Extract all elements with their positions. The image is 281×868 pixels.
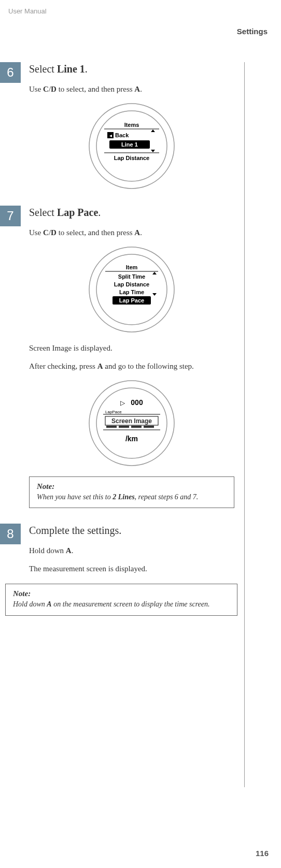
note-label: Note: xyxy=(13,589,230,598)
text: Hold down xyxy=(29,546,66,555)
text: When you have set this to xyxy=(37,493,113,501)
screen-image-text: Screen Image xyxy=(111,417,152,425)
bar-segment xyxy=(131,426,142,428)
bar-segment xyxy=(119,426,129,428)
text-bold: A xyxy=(97,362,103,370)
text: to select, and then press xyxy=(57,85,134,93)
text: to select, and then press xyxy=(57,228,134,237)
note-text: Hold down A on the measurement screen to… xyxy=(13,600,210,608)
menu-item-lap-pace: Lap Pace xyxy=(119,297,144,303)
text: . xyxy=(140,85,142,93)
bar-segment xyxy=(106,426,117,428)
text: Use xyxy=(29,228,43,237)
menu-item-line1: Line 1 xyxy=(121,141,138,148)
step-7-text1: Screen Image is displayed. xyxy=(29,343,234,354)
text: . xyxy=(72,546,74,555)
page-content: 6 Select Line 1. Use C/D to select, and … xyxy=(0,62,281,631)
step-7-instruction: Use C/D to select, and then press A. xyxy=(29,227,234,238)
text-bold: C xyxy=(43,85,49,93)
unit-km: /km xyxy=(125,435,138,443)
menu-header: Item xyxy=(126,264,138,270)
text: After checking, press xyxy=(29,362,97,370)
value-000: 000 xyxy=(131,398,143,407)
text-bold: C xyxy=(43,228,49,237)
menu-item-lap-distance: Lap Distance xyxy=(114,281,149,287)
section-title: Settings xyxy=(237,27,268,36)
menu-item-back: Back xyxy=(115,132,129,138)
note-text: When you have set this to 2 Lines, repea… xyxy=(37,493,198,501)
step-8-instruction: Hold down A. xyxy=(29,545,234,556)
text-bold: 2 Lines xyxy=(113,493,134,501)
text: Select xyxy=(29,207,57,218)
step-number-6: 6 xyxy=(0,62,21,83)
step-8: 8 Complete the settings. Hold down A. Th… xyxy=(0,524,281,615)
step-7-title: Select Lap Pace. xyxy=(29,206,234,219)
doc-title: User Manual xyxy=(8,7,47,15)
text: . xyxy=(98,207,101,218)
text-bold: A xyxy=(134,85,140,93)
menu-item-split-time: Split Time xyxy=(118,273,145,280)
text-bold: Lap Pace xyxy=(57,207,98,218)
step-number-8: 8 xyxy=(0,524,21,544)
page-number: 116 xyxy=(256,849,269,858)
step-number-7: 7 xyxy=(0,206,21,226)
text-bold: D xyxy=(51,228,57,237)
text: . xyxy=(85,63,88,75)
label-lappace: LapPace xyxy=(105,410,122,414)
device-screen-image: ▷ 000 LapPace Screen Image /km xyxy=(88,379,176,467)
device-screen-item: Item Split Time Lap Distance Lap Time La… xyxy=(88,245,176,334)
device-screen-items: Items ◂ Back Line 1 Lap Distance xyxy=(88,102,176,190)
text: . xyxy=(140,228,142,237)
text: and go to the following step. xyxy=(103,362,193,370)
play-icon: ▷ xyxy=(120,399,125,407)
step-6-title: Select Line 1. xyxy=(29,62,234,76)
step-6-instruction: Use C/D to select, and then press A. xyxy=(29,84,234,95)
step-7-text2: After checking, press A and go to the fo… xyxy=(29,361,234,372)
text: on the measurement screen to display the… xyxy=(52,600,210,608)
bar-segment xyxy=(144,426,154,428)
text-bold: A xyxy=(134,228,140,237)
note-box-step7: Note: When you have set this to 2 Lines,… xyxy=(29,476,234,508)
note-box-step8: Note: Hold down A on the measurement scr… xyxy=(5,584,237,615)
text-bold: Line 1 xyxy=(57,63,85,75)
text-bold: A xyxy=(66,546,72,555)
text-bold: A xyxy=(47,600,51,608)
step-8-title: Complete the settings. xyxy=(29,524,234,537)
text: Hold down xyxy=(13,600,47,608)
step-8-text1: The measurement screen is displayed. xyxy=(29,563,234,574)
menu-header: Items xyxy=(124,122,139,128)
text: Select xyxy=(29,63,57,75)
step-7: 7 Select Lap Pace. Use C/D to select, an… xyxy=(0,206,281,508)
text: Use xyxy=(29,85,43,93)
menu-item-lap-time: Lap Time xyxy=(119,289,144,295)
text-bold: D xyxy=(51,85,57,93)
step-6: 6 Select Line 1. Use C/D to select, and … xyxy=(0,62,281,190)
menu-item-lap-distance: Lap Distance xyxy=(114,155,149,161)
note-label: Note: xyxy=(37,482,227,491)
text: , repeat steps 6 and 7. xyxy=(135,493,199,501)
back-icon-arrow: ◂ xyxy=(109,133,112,138)
